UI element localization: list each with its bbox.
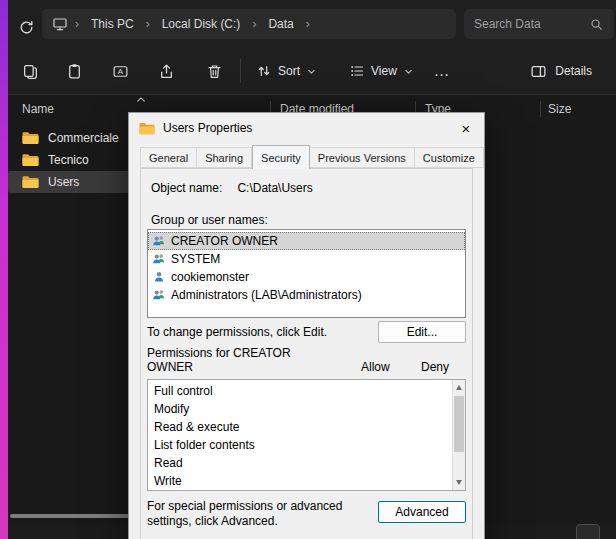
view-icon — [349, 63, 365, 79]
properties-dialog: Users Properties × General Sharing Secur… — [128, 112, 485, 539]
file-name: Users — [48, 175, 79, 189]
tab-general[interactable]: General — [140, 147, 197, 168]
scroll-down-icon[interactable] — [456, 480, 462, 485]
sort-label: Sort — [278, 64, 300, 78]
refresh-icon — [18, 19, 35, 36]
rename-button[interactable]: A — [104, 55, 136, 87]
edit-hint-text: To change permissions, click Edit. — [147, 325, 327, 339]
column-divider[interactable] — [540, 101, 541, 117]
group-name: CREATOR OWNER — [171, 234, 278, 248]
permission-row-full-control[interactable]: Full control — [148, 382, 451, 400]
chevron-right-icon: › — [72, 17, 82, 31]
file-explorer-window: › This PC › Local Disk (C:) › Data › Sea… — [0, 0, 616, 539]
vertical-scrollbar[interactable] — [452, 380, 465, 490]
list-item-creator-owner[interactable]: CREATOR OWNER — [148, 232, 465, 250]
permission-row-write[interactable]: Write — [148, 472, 451, 490]
file-name: Commerciale — [48, 131, 119, 145]
command-toolbar: A Sort — [8, 47, 616, 95]
permissions-for-label: Permissions for CREATOR OWNER — [147, 347, 312, 375]
details-label: Details — [555, 64, 592, 78]
list-item-cookiemonster[interactable]: cookiemonster — [148, 268, 465, 286]
delete-button[interactable] — [198, 55, 230, 87]
deny-column-label: Deny — [421, 360, 449, 374]
left-accent-strip — [0, 0, 8, 539]
users-group-icon — [152, 252, 166, 266]
allow-column-label: Allow — [361, 360, 390, 374]
list-item-administrators[interactable]: Administrators (LAB\Administrators) — [148, 286, 465, 304]
chevron-down-icon — [306, 66, 317, 77]
copy-button[interactable] — [14, 55, 46, 87]
paste-button[interactable] — [58, 55, 90, 87]
permission-name: Full control — [154, 384, 213, 398]
more-icon: … — [434, 66, 451, 76]
view-dropdown[interactable]: View — [341, 55, 422, 87]
breadcrumb: › This PC › Local Disk (C:) › Data › — [42, 9, 456, 39]
advanced-button[interactable]: Advanced — [378, 501, 466, 523]
breadcrumb-item-this-pc[interactable]: This PC — [86, 15, 139, 33]
permission-name: Write — [154, 474, 182, 488]
more-options-button[interactable]: … — [426, 55, 458, 87]
dialog-tabs: General Sharing Security Previous Versio… — [140, 147, 484, 168]
group-name: Administrators (LAB\Administrators) — [171, 288, 362, 302]
permission-row-read[interactable]: Read — [148, 454, 451, 472]
file-name: Tecnico — [48, 153, 89, 167]
search-input[interactable]: Search Data — [464, 9, 614, 39]
permission-name: Read — [154, 456, 183, 470]
tab-previous-versions[interactable]: Previous Versions — [310, 147, 415, 168]
sort-dropdown[interactable]: Sort — [248, 55, 325, 87]
trash-icon — [206, 63, 223, 80]
search-placeholder: Search Data — [474, 17, 541, 31]
scrollbar-thumb[interactable] — [454, 396, 464, 452]
group-or-usernames-label: Group or user names: — [151, 213, 268, 227]
rename-icon: A — [112, 63, 129, 80]
permission-row-list-folder-contents[interactable]: List folder contents — [148, 436, 451, 454]
edit-button[interactable]: Edit... — [378, 321, 466, 343]
toolbar-divider — [240, 59, 241, 83]
dialog-title: Users Properties — [163, 121, 252, 135]
close-button[interactable]: × — [448, 113, 484, 143]
object-name-label: Object name: — [151, 181, 222, 195]
users-group-icon — [152, 288, 166, 302]
user-icon — [152, 270, 166, 284]
folder-icon — [22, 153, 39, 167]
permission-name: Modify — [154, 402, 189, 416]
advanced-hint-text: For special permissions or advanced sett… — [147, 499, 365, 529]
chevron-right-icon: › — [303, 17, 313, 31]
breadcrumb-item-local-disk[interactable]: Local Disk (C:) — [157, 15, 246, 33]
svg-text:A: A — [117, 67, 123, 76]
share-icon — [158, 63, 175, 80]
scroll-up-icon[interactable] — [456, 385, 462, 390]
close-icon: × — [462, 120, 471, 137]
tab-customize[interactable]: Customize — [415, 147, 484, 168]
address-bar: › This PC › Local Disk (C:) › Data › Sea… — [8, 0, 616, 47]
breadcrumb-item-data[interactable]: Data — [263, 15, 298, 33]
permissions-listbox[interactable]: Full control Modify Read & execute List … — [147, 379, 466, 491]
folder-icon — [22, 175, 39, 189]
computer-icon — [52, 16, 68, 32]
column-header-name[interactable]: Name — [22, 102, 54, 116]
tab-sharing[interactable]: Sharing — [197, 147, 252, 168]
share-button[interactable] — [150, 55, 182, 87]
group-name: SYSTEM — [171, 252, 220, 266]
view-toggle-button[interactable] — [576, 524, 600, 539]
column-header-size[interactable]: Size — [548, 102, 571, 116]
object-name-value: C:\Data\Users — [237, 181, 312, 195]
permission-name: Read & execute — [154, 420, 239, 434]
group-name: cookiemonster — [171, 270, 249, 284]
refresh-button[interactable] — [13, 14, 39, 40]
list-item-system[interactable]: SYSTEM — [148, 250, 465, 268]
tab-security[interactable]: Security — [252, 145, 310, 169]
copy-icon — [22, 63, 39, 80]
details-pane-icon — [530, 63, 547, 80]
permission-row-modify[interactable]: Modify — [148, 400, 451, 418]
view-label: View — [371, 64, 397, 78]
details-pane-button[interactable]: Details — [520, 55, 602, 87]
sort-ascending-icon — [136, 96, 146, 103]
folder-icon — [22, 131, 39, 145]
dialog-titlebar[interactable]: Users Properties × — [129, 113, 484, 143]
permission-name: List folder contents — [154, 438, 255, 452]
permission-row-read-execute[interactable]: Read & execute — [148, 418, 451, 436]
chevron-right-icon: › — [143, 17, 153, 31]
sort-icon — [256, 63, 272, 79]
group-names-listbox[interactable]: CREATOR OWNER SYSTEM — [147, 229, 466, 318]
